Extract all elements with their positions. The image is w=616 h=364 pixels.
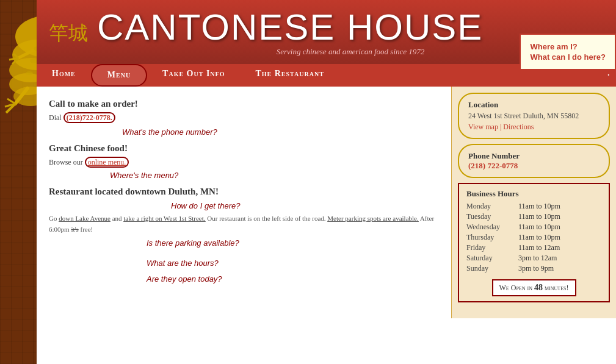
nav-menu[interactable]: Menu [91,64,147,87]
hours-row: Sunday3pm to 9pm [466,264,601,273]
hours-time: 11am to 12am [518,243,560,252]
hours-time: 11am to 10pm [518,212,560,221]
where-am-i: Where am I? [530,42,606,51]
hours-row: Monday11am to 10pm [466,202,601,211]
hours-table: Monday11am to 10pmTuesday11am to 10pmWed… [466,202,601,273]
annotation-box: Where am I? What can I do here? [520,34,616,70]
food-prefix: Browse our [49,158,85,166]
parking-annotation: Is there parking available? [147,237,439,248]
location-heading: Restaurant located downtown Duluth, MN! [49,187,439,197]
directions-link[interactable]: Directions [503,123,534,131]
hours-box: Business Hours Monday11am to 10pmTuesday… [458,183,610,302]
svg-point-19 [26,71,33,75]
hours-row: Wednesday11am to 10pm [466,223,601,232]
left-content: Call to make an order! Dial (218)722-077… [37,87,451,318]
hours-row: Thursday11am to 10pm [466,233,601,242]
what-can-i-do: What can I do here? [530,52,606,62]
location-title: Location [468,100,600,110]
order-text: Dial (218)722-0778. [49,112,439,123]
nav-home[interactable]: Home [37,64,91,87]
hours-time: 11am to 10pm [518,223,560,232]
food-text: Browse our online menu. [49,157,439,168]
dir-link3[interactable]: Meter parking spots are available. [327,215,418,222]
phone-annotation: What's the phone number? [122,126,439,137]
menu-annotation-text: Where's the menu? [110,171,178,180]
parking-annotation-text: Is there parking available? [147,238,239,248]
day-name: Sunday [466,264,515,273]
open-annotation: Are they open today? [147,273,439,284]
menu-annotation: Where's the menu? [110,170,439,180]
open-badge: We Open in 48 minutes! [492,279,576,296]
food-heading: Great Chinese food! [49,143,439,154]
dir-free: free! [79,226,93,233]
phone-annotation-text: What's the phone number? [122,127,217,137]
hours-row: Friday11am to 12am [466,243,601,252]
hours-time: 11am to 10pm [518,233,560,242]
nav-restaurant[interactable]: The Restaurant [240,64,339,87]
phone-box: Phone Number (218) 722-0778 [458,144,610,178]
hours-time: 11am to 10pm [518,202,560,211]
directions-annotation: How do I get there? [171,200,439,211]
menu-link[interactable]: online menu. [85,157,129,168]
dir-prefix: Go [49,215,59,222]
dir-link1[interactable]: down Lake Avenue [59,215,111,222]
location-address: 24 West 1st Street Duluth, MN 55802 [468,112,600,121]
hours-annotation-text: What are the hours? [147,259,219,268]
day-name: Wednesday [466,223,515,232]
open-annotation-text: Are they open today? [147,274,222,284]
svg-line-23 [7,99,15,104]
day-name: Friday [466,243,515,252]
directions-annotation-text: How do I get there? [171,201,240,210]
day-name: Saturday [466,254,515,263]
open-suffix: minutes! [543,284,569,292]
open-minutes: 48 [534,283,543,292]
day-name: Thursday [466,233,515,242]
day-name: Monday [466,202,515,211]
dir-link2[interactable]: take a right on West 1st Street. [123,215,205,222]
view-map-link[interactable]: View map [468,123,498,131]
right-sidebar: Location 24 West 1st Street Duluth, MN 5… [451,87,616,318]
hours-time: 3pm to 9pm [518,264,554,273]
hours-annotation: What are the hours? [147,257,439,268]
hours-row: Tuesday11am to 10pm [466,212,601,221]
hours-row: Saturday3pm to 12am [466,254,601,263]
page-root: 竿城 Cantonese House Serving chinese and a… [0,0,616,364]
day-name: Tuesday [466,212,515,221]
order-prefix: Dial [49,113,63,122]
sidebar-phone-number[interactable]: (218) 722-0778 [468,161,600,171]
dir-suffix: Our restaurant is on the left side of th… [206,215,328,222]
dir-mid: and [111,215,123,222]
directions-text: Go down Lake Avenue and take a right on … [49,213,439,235]
open-prefix: We Open in [499,284,534,292]
dir-its: it's [71,226,78,233]
order-phone[interactable]: (218)722-0778. [63,112,115,123]
hours-time: 3pm to 12am [518,254,557,263]
hours-title: Business Hours [466,189,601,199]
phone-title: Phone Number [468,151,600,161]
content-area: Call to make an order! Dial (218)722-077… [37,87,616,318]
location-links: View map | Directions [468,123,600,132]
chinese-characters: 竿城 [49,21,88,45]
location-box: Location 24 West 1st Street Duluth, MN 5… [458,93,610,139]
food-heading-text: Great Chinese food! [49,143,128,153]
order-heading: Call to make an order! [49,99,439,109]
nav-takeout[interactable]: Take Out Info [147,64,240,87]
